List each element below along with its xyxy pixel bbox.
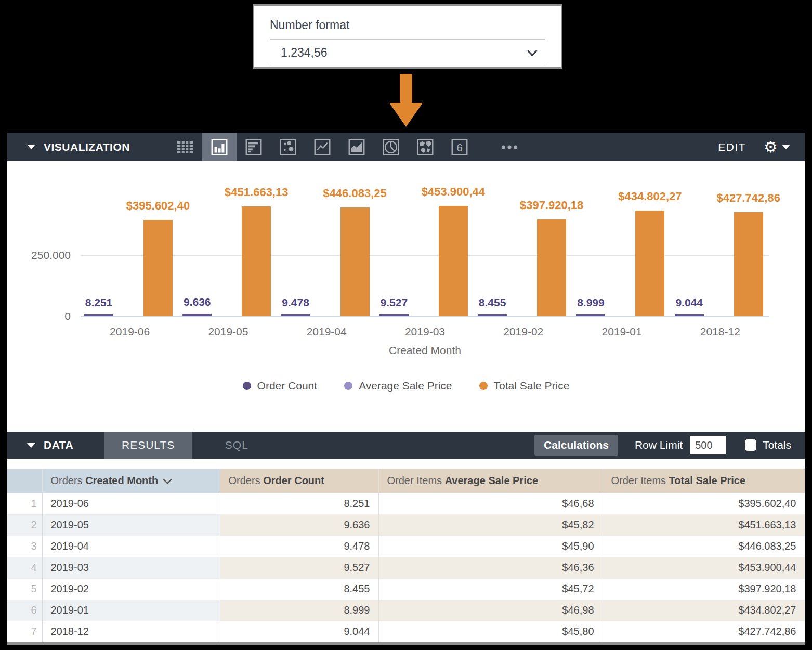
- scatter-chart-icon[interactable]: [271, 133, 305, 161]
- row-limit-label: Row Limit: [635, 439, 683, 451]
- order-count-bar[interactable]: [576, 314, 605, 316]
- total-sale-price-bar[interactable]: [635, 211, 664, 316]
- order-count-bar[interactable]: [478, 314, 507, 316]
- column-header[interactable]: Orders Created Month: [42, 469, 220, 493]
- y-axis-tick: 250.000: [7, 249, 71, 262]
- table-cell[interactable]: $45,90: [378, 536, 603, 557]
- legend-item[interactable]: Average Sale Price: [344, 380, 452, 392]
- gear-icon[interactable]: ⚙: [764, 139, 778, 155]
- order-count-label: 9.636: [176, 296, 218, 308]
- table-cell[interactable]: 2018-12: [42, 621, 220, 642]
- column-field-name: Created Month: [85, 475, 158, 486]
- pie-chart-icon[interactable]: [374, 133, 408, 161]
- table-cell[interactable]: 9.044: [220, 621, 378, 642]
- total-sale-price-bar[interactable]: [340, 207, 370, 316]
- legend-dot-icon: [243, 382, 251, 390]
- total-sale-price-bar[interactable]: [143, 220, 173, 316]
- table-cell[interactable]: $395.602,40: [603, 493, 805, 514]
- table-cell[interactable]: $453.900,44: [603, 557, 805, 578]
- table-cell[interactable]: 2019-05: [42, 514, 220, 536]
- table-row: 32019-049.478$45,90$446.083,25: [7, 536, 805, 557]
- table-cell[interactable]: 9.636: [220, 514, 378, 536]
- row-number: 4: [7, 557, 42, 578]
- table-row: 12019-068.251$46,68$395.602,40: [7, 493, 805, 514]
- order-count-bar[interactable]: [379, 314, 409, 316]
- table-cell[interactable]: $397.920,18: [603, 578, 805, 600]
- row-limit-input[interactable]: [690, 436, 726, 454]
- total-sale-price-label: $427.742,86: [717, 191, 780, 205]
- data-header[interactable]: DATA: [7, 439, 104, 451]
- row-number: 3: [7, 536, 42, 557]
- bar-group: 9.636$451.663,13: [179, 161, 277, 316]
- bar-chart-icon[interactable]: [237, 133, 271, 161]
- table-cell[interactable]: 8.455: [220, 578, 378, 600]
- table-icon[interactable]: [168, 133, 202, 161]
- order-count-bar[interactable]: [182, 314, 212, 316]
- table-row: 22019-059.636$45,82$451.663,13: [7, 514, 805, 536]
- line-chart-icon[interactable]: [305, 133, 339, 161]
- totals-checkbox[interactable]: [745, 439, 756, 451]
- table-cell[interactable]: 2019-03: [42, 557, 220, 578]
- table-cell[interactable]: $45,82: [378, 514, 603, 536]
- table-cell[interactable]: 8.999: [220, 600, 378, 621]
- column-header[interactable]: Order Items Average Sale Price: [378, 469, 603, 493]
- area-chart-icon[interactable]: [339, 133, 374, 161]
- table-cell[interactable]: 9.478: [220, 536, 378, 557]
- table-cell[interactable]: $446.083,25: [603, 536, 805, 557]
- collapse-caret-icon: [27, 145, 35, 149]
- table-cell[interactable]: $46,68: [378, 493, 603, 514]
- total-sale-price-bar[interactable]: [537, 219, 566, 316]
- column-header[interactable]: Order Items Total Sale Price: [603, 469, 805, 493]
- single-value-icon[interactable]: 6: [442, 133, 477, 161]
- number-format-select[interactable]: 1.234,56: [270, 39, 545, 66]
- table-cell[interactable]: 2019-04: [42, 536, 220, 557]
- order-count-bar[interactable]: [84, 314, 113, 316]
- table-cell[interactable]: 8.251: [220, 493, 378, 514]
- edit-button[interactable]: EDIT: [718, 141, 746, 153]
- visualization-header[interactable]: VISUALIZATION: [7, 141, 168, 153]
- legend-label: Order Count: [257, 380, 318, 392]
- column-view-name: Order Items: [611, 475, 669, 486]
- x-axis-tick: 2019-05: [179, 326, 277, 338]
- legend-item[interactable]: Order Count: [243, 380, 318, 392]
- calculations-button[interactable]: Calculations: [534, 435, 618, 456]
- page: { "colors": { "accent_orange": "#e0862e"…: [0, 0, 812, 650]
- data-bar: DATA RESULTSSQL Calculations Row Limit T…: [7, 432, 805, 459]
- tab-results[interactable]: RESULTS: [104, 432, 192, 459]
- table-cell[interactable]: $45,80: [378, 621, 603, 642]
- table-cell[interactable]: 2019-02: [42, 578, 220, 600]
- totals-label: Totals: [763, 439, 791, 451]
- sort-chevron-icon: [163, 475, 172, 484]
- bar-group: 8.455$397.920,18: [474, 161, 572, 316]
- table-cell[interactable]: $427.742,86: [603, 621, 805, 642]
- row-number: 1: [7, 493, 42, 514]
- order-count-bar[interactable]: [675, 314, 704, 316]
- more-icon[interactable]: [492, 133, 527, 161]
- table-cell[interactable]: 2019-06: [42, 493, 220, 514]
- total-sale-price-bar[interactable]: [734, 212, 763, 316]
- table-cell[interactable]: 9.527: [220, 557, 378, 578]
- total-sale-price-bar[interactable]: [242, 206, 271, 316]
- table-cell[interactable]: $434.802,27: [603, 600, 805, 621]
- bar-group: 8.999$434.802,27: [572, 161, 671, 316]
- scrollbar-track[interactable]: [7, 642, 805, 645]
- legend-item[interactable]: Total Sale Price: [479, 380, 570, 392]
- column-header[interactable]: Orders Order Count: [220, 469, 378, 493]
- column-chart-icon[interactable]: [202, 133, 237, 161]
- table-row: 52019-028.455$45,72$397.920,18: [7, 578, 805, 600]
- tab-sql[interactable]: SQL: [192, 432, 281, 459]
- table-cell[interactable]: 2019-01: [42, 600, 220, 621]
- x-axis-line: [81, 316, 769, 317]
- gear-caret-icon[interactable]: [782, 145, 790, 149]
- map-chart-icon[interactable]: [408, 133, 442, 161]
- table-cell[interactable]: $45,72: [378, 578, 603, 600]
- table-cell[interactable]: $451.663,13: [603, 514, 805, 536]
- order-count-bar[interactable]: [281, 314, 310, 316]
- total-sale-price-bar[interactable]: [439, 206, 468, 316]
- row-number: 2: [7, 514, 42, 536]
- x-axis-title: Created Month: [81, 344, 769, 357]
- table-cell[interactable]: $46,36: [378, 557, 603, 578]
- chart-legend: Order CountAverage Sale PriceTotal Sale …: [7, 380, 805, 392]
- table-cell[interactable]: $46,98: [378, 600, 603, 621]
- order-count-label: 9.044: [668, 296, 711, 309]
